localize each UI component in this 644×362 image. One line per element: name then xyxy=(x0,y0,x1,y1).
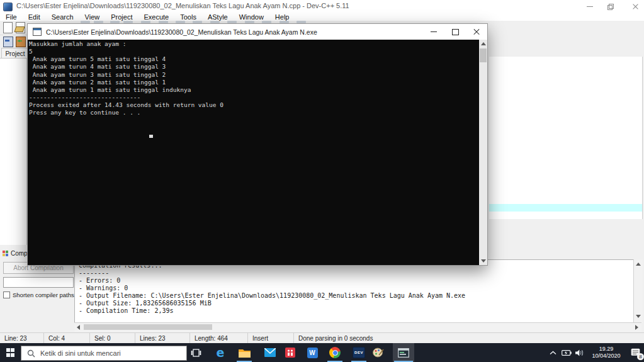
console-line: ------------------------------- xyxy=(29,94,479,101)
menu-item[interactable]: Edit xyxy=(23,13,46,21)
menu-item[interactable]: Help xyxy=(269,13,295,21)
task-view-icon xyxy=(191,348,201,358)
exit-icon[interactable] xyxy=(16,37,26,47)
tray-date: 10/04/2020 xyxy=(592,353,620,359)
console-close-button[interactable] xyxy=(466,24,487,40)
compile-log-line: - Compilation Time: 2,39s xyxy=(75,307,634,315)
console-line: Process exited after 14.43 seconds with … xyxy=(29,101,479,109)
task-view-button[interactable] xyxy=(185,343,206,362)
windows-logo-icon xyxy=(6,348,15,357)
taskbar-app-console-active[interactable] xyxy=(393,343,414,362)
hscroll-thumb[interactable] xyxy=(84,324,212,330)
new-file-icon[interactable] xyxy=(3,22,13,33)
console-line: Press any key to continue . . . xyxy=(29,109,479,116)
battery-status[interactable] xyxy=(560,343,573,362)
compile-log-line: - Warnings: 0 xyxy=(75,285,634,292)
search-placeholder: Ketik di sini untuk mencari xyxy=(40,349,121,357)
restore-button[interactable] xyxy=(601,1,619,11)
console-window-title: C:\Users\Ester Enjelina\Downloads\119230… xyxy=(46,28,317,36)
status-mode: Insert xyxy=(248,333,294,344)
console-titlebar[interactable]: C:\Users\Ester Enjelina\Downloads\119230… xyxy=(28,24,487,40)
minimize-button[interactable] xyxy=(580,1,599,11)
menu-item[interactable]: Window xyxy=(234,13,269,21)
tab-compile-log[interactable]: Comp xyxy=(3,248,28,258)
status-length: Length: 464 xyxy=(190,333,248,344)
status-col: Col: 4 xyxy=(44,333,90,344)
console-window[interactable]: C:\Users\Ester Enjelina\Downloads\119230… xyxy=(27,23,488,266)
taskbar-app-devcpp[interactable]: DEV xyxy=(348,343,370,362)
status-sel: Sel: 0 xyxy=(90,333,135,344)
console-maximize-icon xyxy=(452,29,459,35)
taskbar-app-mail[interactable] xyxy=(259,343,281,362)
taskbar-app-file-explorer[interactable] xyxy=(234,343,255,362)
menu-item[interactable]: Execute xyxy=(138,13,174,21)
volume-control[interactable] xyxy=(573,343,586,362)
menu-item[interactable]: Project xyxy=(105,13,138,21)
mail-icon xyxy=(264,348,276,357)
console-line: Anak ayam turun 2 mati satu tinggal 1 xyxy=(29,79,479,86)
restore-icon xyxy=(607,4,613,9)
tray-time: 19.29 xyxy=(592,346,620,353)
wps-office-icon: W xyxy=(307,348,318,358)
compile-log-hscrollbar[interactable] xyxy=(74,322,641,332)
close-button[interactable] xyxy=(626,1,644,11)
compile-log-vscrollbar[interactable] xyxy=(633,259,643,322)
chevron-up-icon xyxy=(550,351,556,355)
start-button[interactable] xyxy=(0,343,21,362)
editor-current-line-highlight xyxy=(489,204,642,212)
project-browser-panel[interactable] xyxy=(0,58,27,245)
devcpp-app-icon xyxy=(3,3,13,11)
taskbar-app-gift[interactable] xyxy=(280,343,301,362)
taskbar: Ketik di sini untuk mencari e xyxy=(0,343,644,362)
editor-top-gap xyxy=(488,35,644,57)
file-explorer-icon xyxy=(239,348,251,358)
edge-icon: e xyxy=(217,347,225,359)
compile-log-line: -------- xyxy=(75,269,634,277)
console-line: Anak ayam turun 3 mati satu tinggal 2 xyxy=(29,71,479,79)
console-vscrollbar[interactable] xyxy=(479,40,487,265)
menu-item[interactable]: View xyxy=(79,13,106,21)
open-file-icon[interactable] xyxy=(16,22,25,33)
close-window-icon[interactable] xyxy=(3,37,13,47)
tab-project[interactable]: Project xyxy=(1,48,29,59)
battery-icon xyxy=(562,350,572,356)
status-line: Line: 23 xyxy=(0,333,44,344)
taskbar-clock[interactable]: 19.29 10/04/2020 xyxy=(586,343,626,362)
menu-item[interactable]: Search xyxy=(46,13,79,21)
console-maximize-button[interactable] xyxy=(444,24,466,40)
screen: C:\Users\Ester Enjelina\Downloads\119230… xyxy=(0,0,644,362)
paint-icon xyxy=(373,348,384,358)
taskbar-app-wps[interactable]: W xyxy=(302,343,323,362)
console-line: Anak ayam turun 5 mati satu tinggal 4 xyxy=(29,55,479,63)
shorten-paths-checkbox[interactable] xyxy=(3,291,10,298)
console-scroll-thumb[interactable] xyxy=(480,48,487,62)
console-cursor xyxy=(149,135,153,138)
menu-bar: FileEditSearchViewProjectExecuteToolsASt… xyxy=(0,13,644,21)
close-icon xyxy=(632,3,638,9)
taskbar-app-paint[interactable] xyxy=(368,343,389,362)
menu-item[interactable]: AStyle xyxy=(202,13,234,21)
console-line: 5 xyxy=(29,48,479,55)
action-center-button[interactable]: 8 xyxy=(626,343,644,362)
taskbar-app-chrome[interactable] xyxy=(324,343,346,362)
shorten-paths-label: Shorten compiler paths xyxy=(13,291,74,298)
code-editor[interactable] xyxy=(489,57,643,219)
dev-cpp-icon: DEV xyxy=(353,347,365,358)
compile-log-output[interactable]: Compilation results...--------- Errors: … xyxy=(74,259,634,323)
taskbar-app-edge[interactable]: e xyxy=(210,343,231,362)
status-message: Done parsing in 0 seconds xyxy=(294,333,644,344)
tray-expand-button[interactable] xyxy=(546,343,560,362)
console-minimize-icon xyxy=(431,31,437,32)
menu-item[interactable]: File xyxy=(0,13,23,21)
menu-item[interactable]: Tools xyxy=(174,13,202,21)
console-line: Anak ayam turun 4 mati satu tinggal 3 xyxy=(29,63,479,71)
status-bar: Line: 23 Col: 4 Sel: 0 Lines: 23 Length:… xyxy=(0,332,644,344)
devcpp-titlebar: C:\Users\Ester Enjelina\Downloads\119230… xyxy=(0,0,644,13)
compile-log-line: - Errors: 0 xyxy=(75,277,634,285)
console-output[interactable]: Masukkan jumlah anak ayam :5 Anak ayam t… xyxy=(28,40,479,265)
console-line: Masukkan jumlah anak ayam : xyxy=(29,40,479,48)
console-close-icon xyxy=(473,29,480,35)
speaker-icon xyxy=(575,349,584,356)
taskbar-search[interactable]: Ketik di sini untuk mencari xyxy=(21,346,187,361)
console-minimize-button[interactable] xyxy=(423,24,444,40)
